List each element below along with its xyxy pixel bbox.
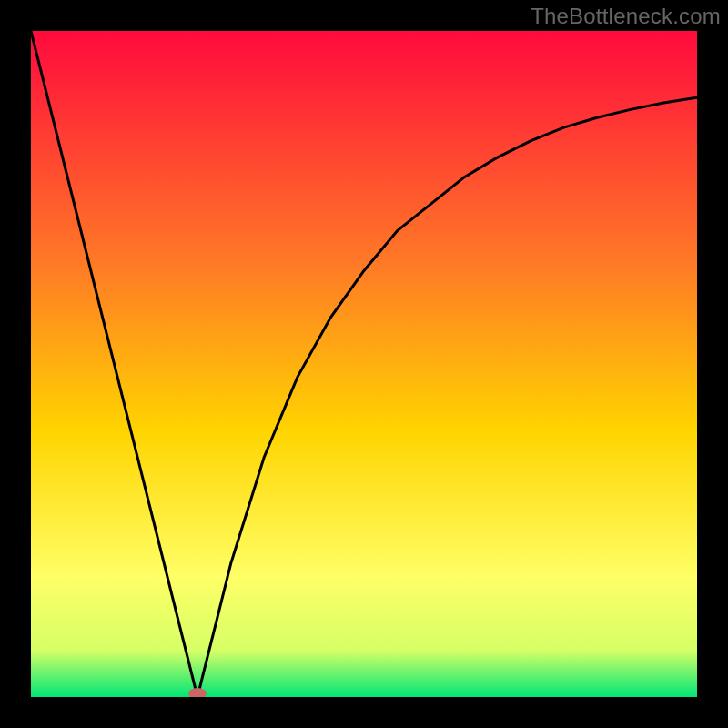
gradient-backdrop [31, 31, 697, 697]
watermark-text: TheBottleneck.com [531, 4, 721, 29]
chart-svg [31, 31, 697, 697]
chart-container: TheBottleneck.com [0, 0, 728, 728]
plot-area [31, 31, 697, 697]
